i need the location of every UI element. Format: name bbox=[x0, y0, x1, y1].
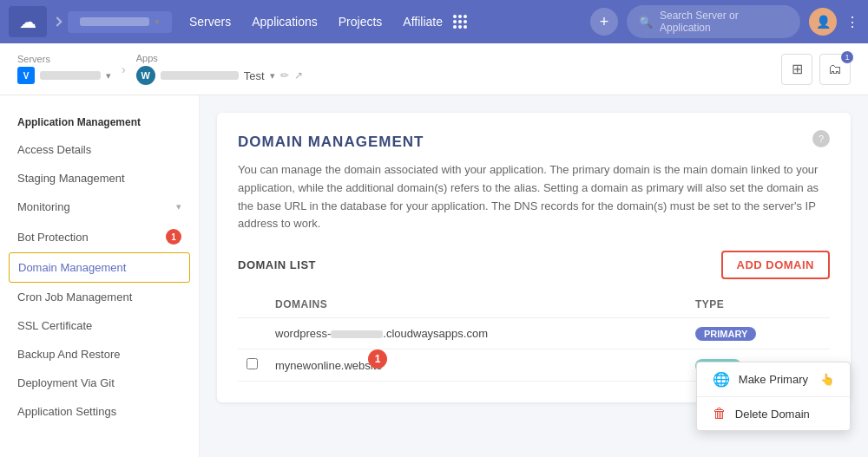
add-domain-button[interactable]: ADD DOMAIN bbox=[721, 251, 831, 279]
folder-icon: 🗂 bbox=[828, 62, 842, 77]
app-test-label: Test bbox=[244, 69, 265, 82]
sidebar-item-monitoring[interactable]: Monitoring ▾ bbox=[0, 193, 199, 221]
nav-applications[interactable]: Applications bbox=[252, 15, 318, 29]
breadcrumb-arrow-icon: › bbox=[122, 62, 126, 76]
nav-projects[interactable]: Projects bbox=[339, 15, 383, 29]
server-chevron-icon[interactable]: ▾ bbox=[155, 16, 160, 28]
app-value: W Test ▾ ✏ ↗ bbox=[136, 66, 303, 85]
cursor-icon: 👆 bbox=[820, 373, 834, 386]
domain-blur-1 bbox=[331, 330, 383, 338]
col-checkbox bbox=[238, 291, 266, 318]
server-value: V ▾ bbox=[17, 67, 111, 84]
app-chevron-icon[interactable]: ▾ bbox=[270, 70, 275, 82]
delete-domain-menu-item[interactable]: 🗑 Delete Domain bbox=[697, 396, 850, 430]
primary-badge: PRIMARY bbox=[695, 327, 756, 341]
more-options-icon[interactable]: ⋮ bbox=[845, 14, 859, 30]
user-avatar[interactable]: 👤 bbox=[809, 8, 837, 36]
logo-area[interactable]: ☁ bbox=[9, 6, 47, 37]
sidebar-item-application-settings[interactable]: Application Settings bbox=[0, 397, 199, 426]
row1-type-cell: PRIMARY bbox=[687, 318, 830, 349]
sidebar-item-cron-job[interactable]: Cron Job Management bbox=[0, 283, 199, 311]
breadcrumb-right-actions: ⊞ 🗂 1 bbox=[781, 54, 851, 85]
search-icon: 🔍 bbox=[639, 16, 653, 29]
search-box[interactable]: 🔍 Search Server or Application bbox=[627, 5, 800, 38]
table-row: wordpress-.cloudwaysapps.com PRIMARY bbox=[238, 318, 830, 349]
delete-icon: 🗑 bbox=[713, 406, 727, 421]
make-primary-label: Make Primary bbox=[739, 373, 808, 386]
sidebar-item-access-details[interactable]: Access Details bbox=[0, 135, 199, 164]
row2-checkbox[interactable] bbox=[247, 358, 258, 369]
col-domains-header: DOMAINS bbox=[266, 291, 687, 318]
app-name-blur bbox=[161, 71, 239, 80]
server-name-blur bbox=[40, 71, 101, 80]
globe-icon: 🌐 bbox=[713, 371, 730, 388]
row1-domain-cell: wordpress-.cloudwaysapps.com bbox=[266, 318, 687, 349]
vultr-icon: V bbox=[17, 67, 35, 84]
row2-domain-cell: mynewonline.website bbox=[266, 349, 687, 382]
add-button[interactable]: + bbox=[590, 8, 618, 36]
sidebar-section-title: Application Management bbox=[0, 109, 199, 135]
nav-affiliate[interactable]: Affiliate bbox=[403, 15, 443, 29]
edit-icon[interactable]: ✏ bbox=[280, 69, 289, 82]
server-name bbox=[80, 17, 149, 26]
wordpress-icon: W bbox=[136, 66, 155, 85]
servers-section: Servers V ▾ bbox=[17, 54, 111, 84]
grid-menu-icon[interactable] bbox=[450, 15, 467, 29]
servers-label: Servers bbox=[17, 54, 111, 64]
sidebar-item-backup-restore[interactable]: Backup And Restore bbox=[0, 340, 199, 369]
sidebar-item-deployment-git[interactable]: Deployment Via Git bbox=[0, 369, 199, 397]
sidebar-item-ssl-certificate[interactable]: SSL Certificate bbox=[0, 311, 199, 340]
row2-checkbox-cell[interactable] bbox=[238, 349, 266, 382]
domain-list-title: DOMAIN LIST bbox=[238, 258, 316, 271]
col-type-header: TYPE bbox=[687, 291, 830, 318]
domain-list-header: DOMAIN LIST ADD DOMAIN bbox=[238, 251, 830, 279]
domain-management-card: ? DOMAIN MANAGEMENT You can manage the d… bbox=[217, 113, 851, 402]
top-navigation: ☁ ▾ Servers Applications Projects Affili… bbox=[0, 0, 868, 43]
folder-badge: 1 bbox=[841, 51, 853, 63]
sidebar-item-bot-protection[interactable]: Bot Protection 1 bbox=[0, 221, 199, 252]
sidebar-item-staging-management[interactable]: Staging Management bbox=[0, 164, 199, 193]
nav-servers[interactable]: Servers bbox=[189, 15, 231, 29]
nav-divider bbox=[52, 16, 62, 26]
make-primary-menu-item[interactable]: 🌐 Make Primary 👆 bbox=[697, 362, 850, 396]
monitoring-chevron-icon: ▾ bbox=[176, 201, 181, 212]
delete-domain-label: Delete Domain bbox=[735, 408, 810, 421]
context-menu: 🌐 Make Primary 👆 🗑 Delete Domain bbox=[696, 362, 851, 431]
help-icon[interactable]: ? bbox=[812, 130, 830, 147]
breadcrumb-bar: Servers V ▾ › Apps W Test ▾ ✏ ↗ ⊞ 🗂 1 bbox=[0, 43, 868, 95]
grid-view-icon: ⊞ bbox=[792, 61, 803, 77]
apps-section: Apps W Test ▾ ✏ ↗ bbox=[136, 53, 303, 85]
search-placeholder: Search Server or Application bbox=[660, 10, 788, 34]
main-nav: Servers Applications Projects Affiliate bbox=[189, 15, 443, 29]
row1-checkbox-cell bbox=[238, 318, 266, 349]
external-link-icon[interactable]: ↗ bbox=[294, 69, 303, 82]
folder-button[interactable]: 🗂 1 bbox=[819, 54, 851, 85]
domain-title: DOMAIN MANAGEMENT bbox=[238, 134, 830, 151]
grid-view-button[interactable]: ⊞ bbox=[781, 54, 812, 85]
cloud-icon: ☁ bbox=[19, 11, 36, 32]
step-1-badge: 1 bbox=[368, 349, 387, 369]
server-breadcrumb-chevron[interactable]: ▾ bbox=[106, 70, 111, 82]
apps-label: Apps bbox=[136, 53, 303, 63]
domain-description: You can manage the domain associated wit… bbox=[238, 161, 830, 233]
main-panel: ? DOMAIN MANAGEMENT You can manage the d… bbox=[200, 95, 868, 457]
bot-protection-badge: 1 bbox=[166, 229, 181, 245]
sidebar: Application Management Access Details St… bbox=[0, 95, 200, 457]
main-content: Application Management Access Details St… bbox=[0, 95, 868, 457]
server-breadcrumb[interactable]: ▾ bbox=[68, 11, 172, 33]
sidebar-item-domain-management[interactable]: Domain Management bbox=[9, 252, 190, 283]
nav-right-area: + 🔍 Search Server or Application 👤 ⋮ bbox=[590, 5, 859, 38]
